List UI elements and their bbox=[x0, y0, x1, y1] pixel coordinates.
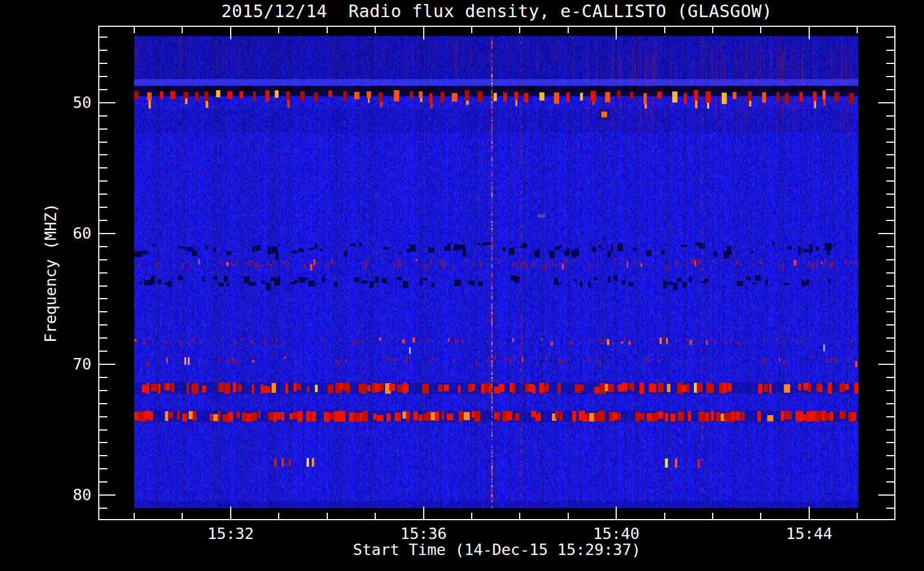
y-tick bbox=[99, 442, 107, 443]
y-tick bbox=[99, 180, 107, 182]
x-tick bbox=[809, 27, 810, 39]
y-tick bbox=[99, 233, 115, 234]
y-tick bbox=[886, 416, 894, 417]
x-tick bbox=[760, 513, 761, 519]
y-tick bbox=[886, 167, 894, 168]
y-tick bbox=[99, 207, 107, 208]
spectrogram-figure: 2015/12/14 Radio flux density, e-CALLIST… bbox=[0, 0, 924, 571]
x-tick bbox=[471, 27, 472, 33]
y-tick bbox=[886, 37, 894, 38]
y-tick bbox=[99, 63, 107, 64]
x-tick bbox=[568, 513, 569, 519]
y-tick bbox=[886, 403, 894, 404]
y-tick bbox=[99, 455, 107, 456]
y-tick bbox=[886, 154, 894, 155]
y-tick bbox=[99, 142, 107, 143]
y-tick bbox=[886, 298, 894, 299]
y-tick bbox=[878, 102, 894, 103]
y-tick-label: 50 bbox=[29, 94, 91, 112]
y-tick bbox=[886, 377, 894, 378]
y-tick bbox=[99, 468, 107, 469]
x-tick bbox=[423, 506, 424, 519]
y-tick bbox=[99, 364, 115, 365]
y-tick bbox=[99, 37, 107, 38]
y-tick bbox=[886, 311, 894, 312]
x-tick bbox=[857, 27, 858, 33]
y-tick bbox=[99, 220, 107, 221]
x-tick bbox=[712, 513, 713, 519]
y-tick bbox=[886, 481, 894, 482]
x-tick bbox=[809, 506, 810, 519]
y-tick bbox=[886, 272, 894, 274]
x-tick bbox=[664, 513, 665, 519]
y-tick bbox=[886, 142, 894, 143]
y-tick bbox=[886, 351, 894, 352]
y-tick bbox=[99, 115, 107, 116]
y-tick bbox=[878, 494, 894, 496]
y-tick-label: 70 bbox=[29, 355, 91, 373]
x-tick bbox=[182, 27, 183, 33]
y-tick bbox=[886, 390, 894, 391]
y-tick bbox=[886, 207, 894, 208]
x-axis-label: Start Time (14-Dec-15 15:29:37) bbox=[98, 541, 895, 558]
x-tick bbox=[375, 27, 376, 33]
y-tick bbox=[886, 128, 894, 130]
y-tick bbox=[886, 442, 894, 443]
y-tick bbox=[99, 416, 107, 417]
y-tick-label: 60 bbox=[29, 224, 91, 243]
y-tick bbox=[99, 76, 107, 77]
x-tick bbox=[616, 506, 617, 519]
y-tick bbox=[99, 351, 107, 352]
x-tick bbox=[230, 506, 231, 519]
x-tick bbox=[278, 27, 279, 33]
y-tick bbox=[99, 246, 107, 247]
y-tick bbox=[99, 377, 107, 378]
x-tick bbox=[616, 27, 617, 39]
y-tick bbox=[99, 390, 107, 391]
y-tick bbox=[99, 481, 107, 482]
x-tick bbox=[712, 27, 713, 33]
x-tick bbox=[327, 513, 328, 519]
y-tick bbox=[886, 429, 894, 431]
plot-frame bbox=[98, 26, 895, 520]
x-tick bbox=[230, 27, 231, 39]
y-tick bbox=[99, 508, 107, 509]
y-tick bbox=[886, 50, 894, 51]
x-tick bbox=[519, 27, 520, 33]
x-tick bbox=[375, 513, 376, 519]
y-axis-label: Frequency (MHZ) bbox=[42, 203, 59, 343]
x-tick bbox=[568, 27, 569, 33]
y-tick bbox=[99, 337, 107, 339]
y-tick bbox=[886, 194, 894, 195]
y-tick bbox=[886, 76, 894, 77]
x-tick bbox=[423, 27, 424, 39]
y-tick bbox=[99, 311, 107, 312]
x-tick bbox=[857, 513, 858, 519]
x-tick bbox=[134, 513, 135, 519]
y-tick bbox=[99, 154, 107, 155]
y-tick bbox=[99, 429, 107, 431]
y-tick-label: 80 bbox=[29, 486, 91, 504]
x-tick bbox=[327, 27, 328, 33]
y-tick bbox=[99, 272, 107, 274]
y-tick bbox=[886, 220, 894, 221]
y-tick bbox=[99, 298, 107, 299]
y-tick bbox=[99, 259, 107, 260]
y-tick bbox=[99, 167, 107, 168]
y-tick bbox=[886, 180, 894, 182]
y-tick bbox=[886, 63, 894, 64]
y-tick bbox=[886, 324, 894, 325]
x-tick bbox=[134, 27, 135, 33]
x-tick bbox=[471, 513, 472, 519]
y-tick bbox=[886, 246, 894, 247]
figure-title: 2015/12/14 Radio flux density, e-CALLIST… bbox=[98, 1, 895, 23]
y-tick bbox=[878, 364, 894, 365]
y-tick bbox=[99, 324, 107, 325]
y-tick bbox=[99, 286, 107, 287]
y-tick bbox=[886, 508, 894, 509]
y-tick bbox=[99, 194, 107, 195]
y-tick bbox=[886, 286, 894, 287]
x-tick bbox=[664, 27, 665, 33]
x-tick bbox=[760, 27, 761, 33]
y-tick bbox=[878, 233, 894, 234]
